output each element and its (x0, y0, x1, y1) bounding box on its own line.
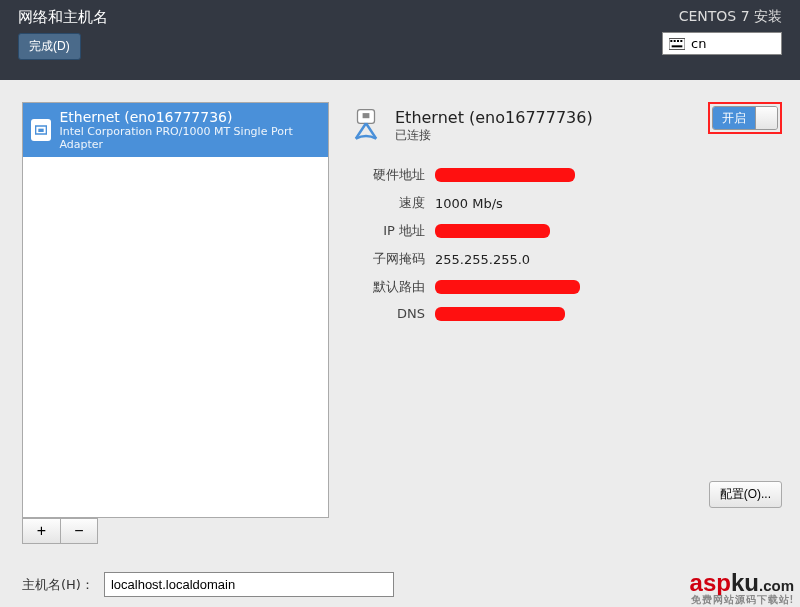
watermark: aspku.com 免费网站源码下载站! (690, 571, 794, 605)
row-gateway: 默认路由 (349, 278, 778, 296)
connection-status: 已连接 (395, 127, 593, 144)
label-dns: DNS (349, 306, 425, 321)
header-left: 网络和主机名 完成(D) (18, 8, 108, 72)
keyboard-layout-selector[interactable]: cn (662, 32, 782, 55)
value-mac-redacted (435, 168, 575, 182)
toggle-on-label: 开启 (713, 107, 755, 129)
remove-device-button[interactable]: − (60, 518, 98, 544)
svg-rect-8 (363, 113, 370, 118)
value-ip-redacted (435, 224, 550, 238)
keyboard-layout-label: cn (691, 36, 706, 51)
svg-rect-3 (677, 40, 679, 42)
label-mac: 硬件地址 (349, 166, 425, 184)
hostname-input[interactable] (104, 572, 394, 597)
svg-rect-6 (39, 129, 44, 132)
page-title: 网络和主机名 (18, 8, 108, 27)
label-ip: IP 地址 (349, 222, 425, 240)
connection-title: Ethernet (eno16777736) (395, 108, 593, 127)
content-row: Ethernet (eno16777736) Intel Corporation… (22, 102, 778, 544)
watermark-dotcom: .com (759, 577, 794, 594)
device-panel: Ethernet (eno16777736) Intel Corporation… (22, 102, 329, 544)
value-gateway-redacted (435, 280, 580, 294)
device-name-label: Ethernet (eno16777736) (59, 109, 320, 125)
add-device-button[interactable]: + (22, 518, 60, 544)
svg-rect-4 (680, 40, 682, 42)
svg-rect-1 (670, 40, 672, 42)
label-gateway: 默认路由 (349, 278, 425, 296)
label-mask: 子网掩码 (349, 250, 425, 268)
toggle-highlight: 开启 (708, 102, 782, 134)
device-texts: Ethernet (eno16777736) Intel Corporation… (59, 109, 320, 151)
configure-button[interactable]: 配置(O)... (709, 481, 782, 508)
header-bar: 网络和主机名 完成(D) CENTOS 7 安装 cn (0, 0, 800, 80)
row-mask: 子网掩码 255.255.255.0 (349, 250, 778, 268)
add-remove-row: + − (22, 518, 329, 544)
info-rows: 硬件地址 速度 1000 Mb/s IP 地址 子网掩码 255.255.255… (349, 166, 778, 321)
value-mask: 255.255.255.0 (435, 252, 530, 267)
device-sub-label: Intel Corporation PRO/1000 MT Single Por… (59, 125, 320, 151)
row-ip: IP 地址 (349, 222, 778, 240)
label-speed: 速度 (349, 194, 425, 212)
device-list[interactable]: Ethernet (eno16777736) Intel Corporation… (22, 102, 329, 518)
keyboard-icon (669, 38, 685, 50)
svg-rect-2 (674, 40, 676, 42)
value-dns-redacted (435, 307, 565, 321)
connection-toggle[interactable]: 开启 (712, 106, 778, 130)
detail-panel: Ethernet (eno16777736) 已连接 开启 硬件地址 速度 10… (349, 102, 778, 544)
ethernet-port-icon (31, 119, 51, 141)
header-right: CENTOS 7 安装 cn (662, 8, 782, 72)
toggle-knob (755, 107, 777, 129)
ethernet-icon (349, 108, 383, 142)
watermark-sub: 免费网站源码下载站! (690, 595, 794, 605)
row-speed: 速度 1000 Mb/s (349, 194, 778, 212)
watermark-ku: ku (731, 569, 759, 596)
done-button[interactable]: 完成(D) (18, 33, 81, 60)
device-item-ethernet[interactable]: Ethernet (eno16777736) Intel Corporation… (23, 103, 328, 157)
connection-title-block: Ethernet (eno16777736) 已连接 (395, 108, 593, 144)
watermark-asp: asp (690, 569, 731, 596)
hostname-label: 主机名(H)： (22, 576, 94, 594)
svg-rect-5 (672, 45, 683, 47)
row-dns: DNS (349, 306, 778, 321)
row-mac: 硬件地址 (349, 166, 778, 184)
hostname-row: 主机名(H)： (22, 572, 778, 597)
value-speed: 1000 Mb/s (435, 196, 503, 211)
main-area: Ethernet (eno16777736) Intel Corporation… (0, 80, 800, 607)
os-label: CENTOS 7 安装 (662, 8, 782, 26)
